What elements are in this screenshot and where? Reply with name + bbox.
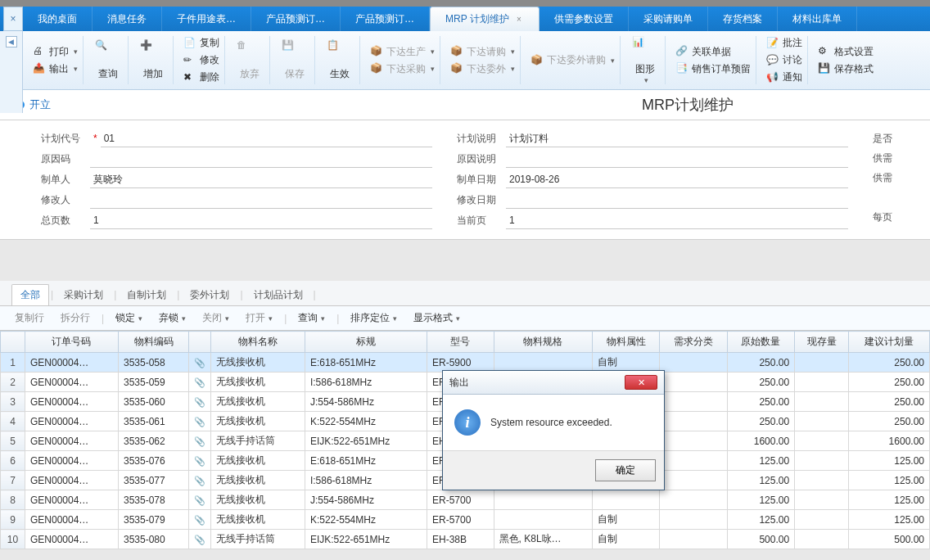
- main-tab-3[interactable]: 产品预测订…: [251, 7, 341, 31]
- main-tab-4[interactable]: 产品预测订…: [341, 7, 430, 31]
- cell-matprop[interactable]: 自制: [592, 353, 659, 373]
- query-button[interactable]: 🔍查询: [88, 36, 129, 84]
- cell-matcode[interactable]: 3535-058: [118, 353, 188, 373]
- related-button[interactable]: 🔗关联单据: [675, 45, 751, 59]
- col-matcode[interactable]: 物料编码: [118, 332, 188, 353]
- plan-code-field[interactable]: 01: [101, 129, 432, 147]
- cell-matspec[interactable]: [494, 510, 592, 530]
- cell-origqty[interactable]: 125.00: [727, 451, 794, 471]
- cell-matcode[interactable]: 3535-062: [118, 431, 188, 451]
- cell-matcode[interactable]: 3535-078: [118, 490, 188, 510]
- cell-ordno[interactable]: GEN00004…: [25, 373, 119, 392]
- cell-matprop[interactable]: [592, 490, 659, 510]
- cell-model[interactable]: ER-5700: [427, 510, 494, 530]
- total-pages-field[interactable]: 1: [90, 211, 432, 229]
- main-tab-2[interactable]: 子件用途表…: [162, 7, 251, 31]
- cell-spec[interactable]: E:618-651MHz: [305, 451, 427, 471]
- main-tab-9[interactable]: 材料出库单: [778, 7, 857, 31]
- issue-outreq-button[interactable]: 📦下达委外请购▾: [530, 53, 615, 67]
- cell-spec[interactable]: EIJK:522-651MHz: [305, 530, 427, 549]
- cell-model[interactable]: ER-5900: [427, 353, 494, 373]
- cell-curqty[interactable]: [795, 392, 849, 412]
- cell-planqty[interactable]: 125.00: [849, 451, 930, 471]
- modify-date-field[interactable]: [506, 191, 848, 209]
- cell-spec[interactable]: K:522-554MHz: [305, 412, 427, 431]
- cell-curqty[interactable]: [795, 373, 849, 392]
- cell-spec[interactable]: J:554-586MHz: [305, 490, 427, 510]
- table-row[interactable]: 9GEN00004…3535-079📎无线接收机K:522-554MHzER-5…: [1, 510, 930, 530]
- cell-origqty[interactable]: 125.00: [727, 471, 794, 490]
- cell-matprop[interactable]: 自制: [592, 510, 659, 530]
- attachment-icon[interactable]: 📎: [189, 530, 211, 549]
- cell-matcode[interactable]: 3535-079: [118, 510, 188, 530]
- cell-matcode[interactable]: 3535-077: [118, 471, 188, 490]
- table-row[interactable]: 1GEN00004…3535-058📎无线接收机E:618-651MHzER-5…: [1, 353, 930, 373]
- cell-spec[interactable]: EIJK:522-651MHz: [305, 431, 427, 451]
- cell-matprop[interactable]: 自制: [592, 530, 659, 549]
- cell-origqty[interactable]: 500.00: [727, 530, 794, 549]
- cell-planqty[interactable]: 125.00: [849, 490, 930, 510]
- col-curqty[interactable]: 现存量: [795, 332, 849, 353]
- cell-origqty[interactable]: 1600.00: [727, 431, 794, 451]
- attachment-icon[interactable]: 📎: [189, 471, 211, 490]
- cell-origqty[interactable]: 250.00: [727, 353, 794, 373]
- cell-matspec[interactable]: 黑色, K8L咏…: [494, 530, 592, 549]
- cell-planqty[interactable]: 250.00: [849, 392, 930, 412]
- cell-matcode[interactable]: 3535-059: [118, 373, 188, 392]
- graph-button[interactable]: 📊图形▾: [625, 36, 666, 84]
- cell-matname[interactable]: 无线接收机: [211, 471, 305, 490]
- col-planqty[interactable]: 建议计划量: [849, 332, 930, 353]
- format-button[interactable]: ⚙格式设置: [818, 45, 874, 59]
- cell-planqty[interactable]: 125.00: [849, 471, 930, 490]
- cell-curqty[interactable]: [795, 353, 849, 373]
- cell-curqty[interactable]: [795, 451, 849, 471]
- cell-matname[interactable]: 无线接收机: [211, 392, 305, 412]
- cell-planqty[interactable]: 250.00: [849, 373, 930, 392]
- cell-matname[interactable]: 无线手持话筒: [211, 431, 305, 451]
- cell-matname[interactable]: 无线接收机: [211, 373, 305, 392]
- cell-demand[interactable]: [660, 530, 727, 549]
- save-format-button[interactable]: 💾保存格式: [818, 62, 874, 76]
- attachment-icon[interactable]: 📎: [189, 373, 211, 392]
- cur-page-field[interactable]: 1: [506, 211, 848, 229]
- cell-origqty[interactable]: 250.00: [727, 373, 794, 392]
- cell-ordno[interactable]: GEN00004…: [25, 471, 119, 490]
- cell-ordno[interactable]: GEN00004…: [25, 392, 119, 412]
- attachment-icon[interactable]: 📎: [189, 392, 211, 412]
- table-row[interactable]: 10GEN00004…3535-080📎无线手持话筒EIJK:522-651MH…: [1, 530, 930, 549]
- cell-curqty[interactable]: [795, 510, 849, 530]
- cell-ordno[interactable]: GEN00004…: [25, 490, 119, 510]
- cell-planqty[interactable]: 125.00: [849, 510, 930, 530]
- gutter-toggle[interactable]: ◀: [6, 36, 17, 47]
- make-date-field[interactable]: 2019-08-26: [506, 170, 848, 188]
- cell-matname[interactable]: 无线接收机: [211, 451, 305, 471]
- attachment-icon[interactable]: 📎: [189, 490, 211, 510]
- main-tab-8[interactable]: 存货档案: [708, 7, 778, 31]
- cell-matcode[interactable]: 3535-060: [118, 392, 188, 412]
- cell-matname[interactable]: 无线接收机: [211, 490, 305, 510]
- cell-origqty[interactable]: 250.00: [727, 392, 794, 412]
- cell-origqty[interactable]: 125.00: [727, 510, 794, 530]
- cell-spec[interactable]: I:586-618MHz: [305, 373, 427, 392]
- main-tab-6[interactable]: 供需参数设置: [539, 7, 629, 31]
- cell-spec[interactable]: E:618-651MHz: [305, 353, 427, 373]
- subtab-selfmake[interactable]: 自制计划: [118, 284, 175, 305]
- sales-reserve-button[interactable]: 📑销售订单预留: [675, 62, 751, 76]
- print-button[interactable]: 🖨打印▾: [33, 45, 78, 59]
- cell-demand[interactable]: [660, 412, 727, 431]
- issue-prod-button[interactable]: 📦下达生产▾: [370, 45, 435, 59]
- cell-demand[interactable]: [660, 431, 727, 451]
- attachment-icon[interactable]: 📎: [189, 451, 211, 471]
- lock-button[interactable]: 锁定▾: [111, 309, 147, 327]
- cell-matspec[interactable]: [494, 353, 592, 373]
- attachment-icon[interactable]: 📎: [189, 412, 211, 431]
- reason-code-field[interactable]: [90, 150, 432, 168]
- attachment-icon[interactable]: 📎: [189, 431, 211, 451]
- cell-matcode[interactable]: 3535-080: [118, 530, 188, 549]
- issue-purch-button[interactable]: 📦下达采购▾: [370, 62, 435, 76]
- copyrow-button[interactable]: 复制行: [10, 309, 49, 327]
- splitrow-button[interactable]: 拆分行: [56, 309, 95, 327]
- dialog-close-button[interactable]: ✕: [625, 375, 657, 390]
- maker-field[interactable]: 莫晓玲: [90, 170, 432, 188]
- cell-model[interactable]: ER-5700: [427, 490, 494, 510]
